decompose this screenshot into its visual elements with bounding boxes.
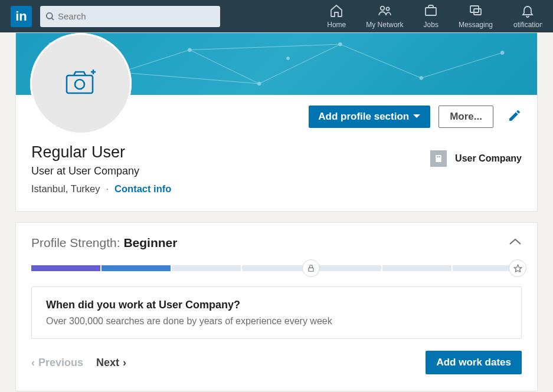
svg-rect-23 <box>67 75 93 93</box>
profile-body: Add profile section More... User Company… <box>16 95 537 211</box>
svg-point-3 <box>386 7 389 10</box>
company-icon <box>430 150 447 167</box>
jobs-icon <box>424 4 438 19</box>
caret-down-icon <box>413 111 421 123</box>
meter-segment <box>382 265 451 271</box>
nav-items: Home My Network Jobs Messaging Notificat… <box>327 4 542 29</box>
add-profile-section-button[interactable]: Add profile section <box>309 106 430 128</box>
svg-point-21 <box>500 51 504 55</box>
nav-label: Messaging <box>459 21 493 29</box>
svg-line-8 <box>120 50 190 73</box>
svg-point-0 <box>47 12 53 18</box>
company-name: User Company <box>455 153 522 164</box>
button-label: More... <box>450 111 482 122</box>
next-button[interactable]: Next › <box>96 357 126 369</box>
messaging-icon <box>469 4 483 19</box>
nav-label: Jobs <box>424 21 439 29</box>
previous-button: ‹ Previous <box>31 357 83 369</box>
svg-line-12 <box>421 52 502 78</box>
nav-item-network[interactable]: My Network <box>366 4 403 29</box>
svg-point-18 <box>257 82 261 85</box>
search-input[interactable] <box>58 11 214 21</box>
linkedin-logo[interactable]: in <box>11 6 32 27</box>
svg-rect-6 <box>474 9 481 15</box>
prompt-question: When did you work at User Company? <box>46 299 507 311</box>
meter-segment <box>102 265 171 271</box>
meter-segment <box>242 265 311 271</box>
svg-point-2 <box>381 6 385 11</box>
bell-icon <box>521 4 535 19</box>
search-box[interactable] <box>40 6 220 27</box>
company-snapshot[interactable]: User Company <box>430 150 522 167</box>
star-milestone <box>509 259 526 277</box>
svg-line-13 <box>189 44 340 50</box>
strength-prompt: When did you work at User Company? Over … <box>31 286 522 339</box>
edit-profile-button[interactable] <box>508 108 522 125</box>
lock-milestone <box>302 259 320 277</box>
camera-icon <box>65 70 97 98</box>
svg-rect-29 <box>439 156 440 157</box>
strength-title: Profile Strength: Beginner <box>31 236 177 250</box>
nav-label: Notifications <box>513 21 542 29</box>
next-label: Next <box>96 357 119 369</box>
svg-line-14 <box>120 73 259 84</box>
meter-segment <box>312 265 381 271</box>
collapse-button[interactable] <box>509 238 522 248</box>
home-icon <box>329 4 343 19</box>
svg-line-1 <box>52 18 54 19</box>
strength-prefix: Profile Strength: <box>31 236 123 249</box>
strength-header: Profile Strength: Beginner <box>31 236 522 250</box>
star-icon <box>513 264 522 273</box>
button-label: Add work dates <box>436 357 511 368</box>
nav-label: Home <box>327 21 346 29</box>
svg-marker-31 <box>514 265 522 272</box>
svg-line-11 <box>340 44 421 78</box>
svg-point-20 <box>420 77 423 80</box>
chevron-left-icon: ‹ <box>31 357 35 369</box>
logo-text: in <box>15 9 27 24</box>
nav-item-home[interactable]: Home <box>327 4 346 29</box>
add-work-dates-button[interactable]: Add work dates <box>426 351 522 374</box>
strength-footer: ‹ Previous Next › Add work dates <box>31 351 522 374</box>
pencil-icon <box>508 108 522 123</box>
nav-item-notifications[interactable]: Notifications <box>513 4 542 29</box>
prompt-subtext: Over 300,000 searches are done by years … <box>46 316 507 327</box>
contact-info-link[interactable]: Contact info <box>114 183 171 195</box>
svg-point-17 <box>188 48 191 52</box>
separator-dot: · <box>106 183 109 195</box>
svg-point-22 <box>287 57 290 60</box>
top-nav: in Home My Network Jobs Messaging Notifi… <box>0 0 553 32</box>
location-row: Istanbul, Turkey · Contact info <box>31 183 522 195</box>
strength-nav: ‹ Previous Next › <box>31 357 126 369</box>
meter-segment <box>31 265 100 271</box>
network-icon <box>378 4 392 19</box>
chevron-right-icon: › <box>123 357 126 369</box>
more-button[interactable]: More... <box>439 106 493 128</box>
nav-item-jobs[interactable]: Jobs <box>424 4 439 29</box>
svg-rect-27 <box>436 155 441 162</box>
svg-rect-4 <box>426 8 436 15</box>
prev-label: Previous <box>38 357 83 369</box>
avatar-placeholder[interactable] <box>30 33 132 134</box>
profile-card: Add profile section More... User Company… <box>15 32 538 212</box>
profile-location: Istanbul, Turkey <box>31 183 100 195</box>
profile-strength-card: Profile Strength: Beginner When did you … <box>15 222 538 391</box>
profile-headline: User at User Company <box>31 165 522 177</box>
chevron-up-icon <box>509 238 522 246</box>
svg-line-10 <box>259 44 340 84</box>
lock-icon <box>307 264 315 272</box>
nav-item-messaging[interactable]: Messaging <box>459 4 493 29</box>
search-icon <box>45 11 55 24</box>
main-column: Add profile section More... User Company… <box>0 32 553 391</box>
strength-level: Beginner <box>123 236 177 249</box>
button-label: Add profile section <box>318 111 409 123</box>
meter-segment <box>172 265 241 271</box>
svg-rect-28 <box>437 156 438 157</box>
svg-point-24 <box>75 80 84 89</box>
svg-rect-30 <box>309 268 313 271</box>
svg-point-19 <box>338 42 342 46</box>
nav-label: My Network <box>366 21 403 29</box>
strength-meter <box>31 265 522 271</box>
